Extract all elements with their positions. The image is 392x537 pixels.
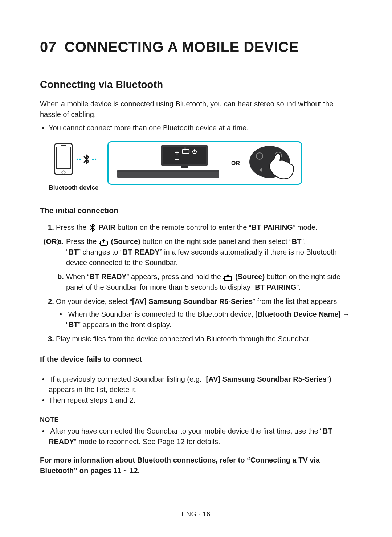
initial-connection-block: The initial connection Press the PAIR bu… (40, 205, 352, 344)
bluetooth-device-figure: Bluetooth device (46, 141, 101, 192)
phone-label: Bluetooth device (46, 183, 101, 192)
diagram-or-label: OR (231, 159, 240, 167)
step-1a: a. Press the (Source) button on the righ… (66, 236, 352, 268)
fails-bullets: If a previously connected Soundbar listi… (40, 374, 352, 406)
svg-rect-1 (56, 147, 71, 169)
step-1b: b. When “BT READY” appears, press and ho… (66, 272, 352, 293)
svg-point-4 (77, 158, 78, 160)
footer-reference: For more information about Bluetooth con… (40, 455, 352, 476)
svg-rect-14 (117, 170, 219, 172)
step-2-sub-bullet: When the Soundbar is connected to the Bl… (66, 309, 352, 330)
step-3: Play music files from the device connect… (48, 334, 352, 344)
fails-title: If the device fails to connect (40, 354, 142, 365)
source-icon (223, 274, 233, 281)
note-bullets: After you have connected the Soundbar to… (40, 426, 352, 447)
chapter-heading: 07CONNECTING A MOBILE DEVICE (40, 36, 352, 57)
bluetooth-icon (89, 224, 97, 232)
remote-hand-illustration (249, 145, 296, 182)
intro-bullet-list: You cannot connect more than one Bluetoo… (40, 123, 352, 133)
connection-diagram: Bluetooth device (46, 141, 352, 192)
letter-b: b. (57, 272, 64, 282)
svg-rect-3 (61, 145, 66, 146)
page-footer: ENG - 16 (0, 509, 392, 519)
soundbar-diagram-frame: OR (107, 141, 302, 185)
intro-bullet: You cannot connect more than one Bluetoo… (49, 123, 352, 133)
fails-bullet-2: Then repeat steps 1 and 2. (49, 395, 352, 406)
fails-to-connect-block: If the device fails to connect If a prev… (40, 354, 352, 406)
note-label: NOTE (40, 415, 352, 424)
svg-rect-10 (181, 166, 188, 168)
svg-point-6 (92, 158, 94, 160)
or-label: (OR) (44, 236, 59, 247)
chapter-title: CONNECTING A MOBILE DEVICE (65, 39, 299, 55)
svg-rect-0 (54, 143, 73, 175)
svg-point-2 (62, 171, 65, 174)
letter-a: a. (57, 236, 64, 247)
section-title: Connecting via Bluetooth (40, 77, 352, 92)
steps-list: Press the PAIR button on the remote cont… (40, 222, 352, 344)
chapter-number: 07 (40, 39, 57, 55)
svg-point-5 (79, 158, 81, 160)
step-2: On your device, select “[AV] Samsung Sou… (48, 296, 352, 330)
fails-bullet-1: If a previously connected Soundbar listi… (49, 374, 352, 395)
source-icon (99, 239, 109, 246)
or-alternatives: (OR) a. Press the (Source) button on the… (56, 236, 352, 293)
step-2-sublist: When the Soundbar is connected to the Bl… (56, 309, 352, 330)
step-1: Press the PAIR button on the remote cont… (48, 222, 352, 293)
note-block: NOTE After you have connected the Soundb… (40, 415, 352, 447)
note-bullet-1: After you have connected the Soundbar to… (49, 426, 352, 447)
svg-point-7 (95, 158, 96, 160)
soundbar-with-tv-illustration (114, 144, 222, 183)
initial-connection-title: The initial connection (40, 205, 118, 217)
intro-text: When a mobile device is connected using … (40, 99, 352, 120)
